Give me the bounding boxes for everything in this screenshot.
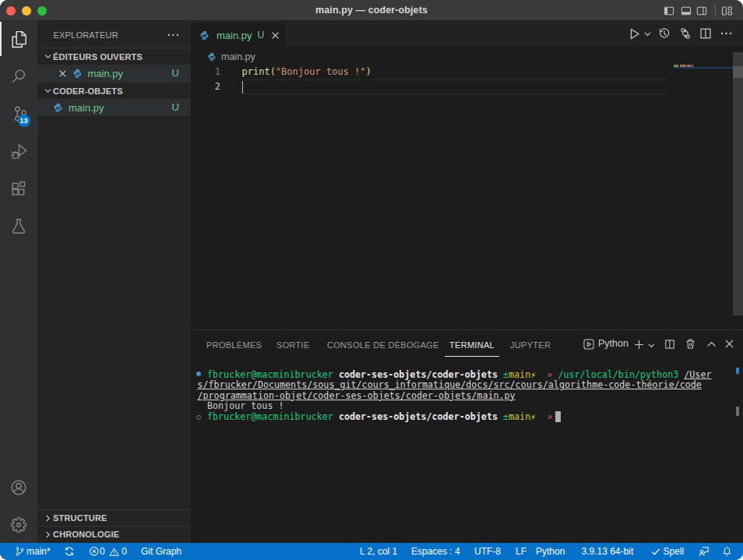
terminal-command-decoration[interactable] (196, 415, 201, 420)
timeline-history-icon[interactable] (658, 20, 671, 47)
activity-explorer[interactable] (0, 20, 37, 58)
git-graph-button[interactable]: Git Graph (141, 543, 181, 560)
sidebar-explorer: EXPLORATEUR ÉDITEURS OUVERTS main.py (37, 20, 191, 543)
git-branch-indicator[interactable]: main* (15, 543, 51, 560)
extensions-icon (9, 179, 28, 198)
chevron-down-icon (41, 85, 54, 97)
editor-more-actions-icon[interactable] (720, 20, 732, 47)
titlebar[interactable]: main.py — coder-objets (0, 0, 743, 20)
close-icon[interactable] (271, 31, 280, 40)
terminal-line-3: /programmation-objet/coder-ses-objets/co… (198, 391, 516, 402)
bell-icon (722, 546, 732, 557)
new-terminal-icon[interactable] (634, 340, 644, 350)
problems-indicator[interactable]: 0 0 (89, 543, 127, 560)
code-line-1[interactable]: print("Bonjour tous !") (242, 65, 372, 79)
run-dropdown-chevron-icon[interactable] (644, 20, 651, 47)
feedback-icon (699, 546, 710, 557)
editor-group: main.py U (191, 20, 743, 329)
errors-icon (89, 546, 100, 557)
panel-tab-output[interactable]: SORTIE (276, 332, 310, 358)
breadcrumb[interactable]: main.py (191, 48, 743, 65)
feedback-button[interactable] (699, 543, 710, 560)
line-number: 1 (205, 65, 220, 79)
cursor-position-indicator[interactable]: L 2, col 1 (360, 543, 397, 560)
terminal-command-decoration[interactable] (196, 372, 201, 376)
sync-icon (64, 546, 75, 557)
section-label: CODER-OBJETS (53, 86, 123, 96)
activity-extensions[interactable] (0, 170, 37, 207)
terminal-scrollbar-mark (736, 407, 739, 416)
activity-accounts[interactable] (0, 469, 37, 506)
close-icon[interactable] (58, 69, 67, 78)
token-print: print (242, 66, 270, 77)
panel-tab-terminal[interactable]: TERMINAL (449, 332, 495, 358)
panel: PROBLÈMES SORTIE CONSOLE DE DÉBOGAGE TER… (191, 329, 743, 543)
token-paren-open: ( (270, 66, 276, 77)
terminal-line-5: fbrucker@macminibrucker coder-ses-objets… (207, 412, 552, 423)
line-number-active: 2 (205, 79, 220, 94)
python-file-icon (72, 69, 83, 79)
terminal-launcher-label[interactable]: Python (598, 330, 629, 357)
indentation-indicator[interactable]: Espaces : 4 (411, 543, 460, 560)
terminal-line-4: Bonjour tous ! (207, 401, 284, 412)
maximize-panel-icon[interactable] (706, 340, 717, 347)
run-debug-icon (9, 142, 28, 160)
activity-search[interactable] (0, 58, 37, 95)
activity-testing[interactable] (0, 207, 37, 245)
breadcrumb-filename: main.py (221, 51, 255, 62)
editor-scrollbar-thumb[interactable] (733, 66, 743, 78)
toggle-sidebar-icon[interactable] (664, 5, 674, 16)
section-label: STRUCTURE (53, 513, 107, 523)
files-icon (10, 30, 28, 48)
account-icon (9, 478, 28, 497)
launch-profile-chevron-icon[interactable] (648, 342, 655, 349)
section-open-editors[interactable]: ÉDITEURS OUVERTS (37, 48, 191, 65)
toggle-panel-icon[interactable] (681, 5, 692, 16)
panel-tab-debug-console[interactable]: CONSOLE DE DÉBOGAGE (327, 332, 439, 358)
split-editor-icon[interactable] (699, 20, 712, 47)
sync-changes-button[interactable] (64, 543, 75, 560)
python-file-icon (207, 52, 217, 62)
spell-checker-indicator[interactable]: Spell (651, 543, 684, 560)
explorer-more-actions-icon[interactable] (167, 33, 179, 37)
panel-tab-problems[interactable]: PROBLÈMES (206, 332, 262, 358)
customize-layout-icon[interactable] (721, 5, 733, 16)
eol-indicator[interactable]: LF (516, 543, 526, 560)
vscode-window: main.py — coder-objets (0, 0, 743, 560)
kill-terminal-icon[interactable] (685, 338, 696, 350)
toggle-secondary-sidebar-icon[interactable] (696, 5, 707, 16)
python-interpreter-indicator[interactable]: 3.9.13 64-bit (582, 543, 634, 560)
tab-bar: main.py U (191, 20, 743, 47)
window-title: main.py — coder-objets (0, 0, 743, 20)
open-editor-item[interactable]: main.py U (37, 65, 191, 82)
notifications-button[interactable] (722, 543, 732, 560)
python-file-icon (53, 103, 63, 113)
terminal-scrollbar-command-mark (736, 368, 739, 374)
chevron-down-icon (41, 51, 54, 63)
tab-main-py[interactable]: main.py U (191, 23, 285, 47)
gear-icon (9, 516, 28, 534)
open-changes-icon[interactable] (679, 20, 692, 47)
encoding-indicator[interactable]: UTF-8 (474, 543, 501, 560)
terminal-line-2: s/fbrucker/Documents/sous_git/cours_info… (198, 380, 702, 391)
warning-count: 0 (121, 546, 127, 557)
split-terminal-icon[interactable] (664, 339, 675, 350)
language-label: Python (536, 546, 565, 557)
explorer-file-item[interactable]: main.py U (37, 99, 191, 116)
activity-run-debug[interactable] (0, 132, 37, 170)
activity-settings[interactable] (0, 506, 37, 544)
panel-tab-jupyter[interactable]: JUPYTER (510, 332, 551, 358)
section-workspace[interactable]: CODER-OBJETS (37, 82, 191, 99)
explorer-filename: main.py (69, 102, 104, 114)
eol-label: LF (516, 546, 526, 557)
editor-scrollbar[interactable] (733, 52, 743, 315)
section-outline[interactable]: STRUCTURE (37, 509, 191, 527)
token-string: "Bonjour tous !" (276, 66, 366, 77)
run-python-file-icon[interactable] (628, 20, 641, 47)
activity-source-control[interactable] (0, 95, 37, 132)
close-panel-icon[interactable] (724, 339, 734, 349)
terminal-cursor (555, 411, 561, 421)
terminal-launch-icon[interactable] (583, 339, 594, 350)
section-timeline[interactable]: CHRONOLOGIE (37, 526, 191, 543)
language-mode-indicator[interactable]: Python (536, 543, 565, 560)
